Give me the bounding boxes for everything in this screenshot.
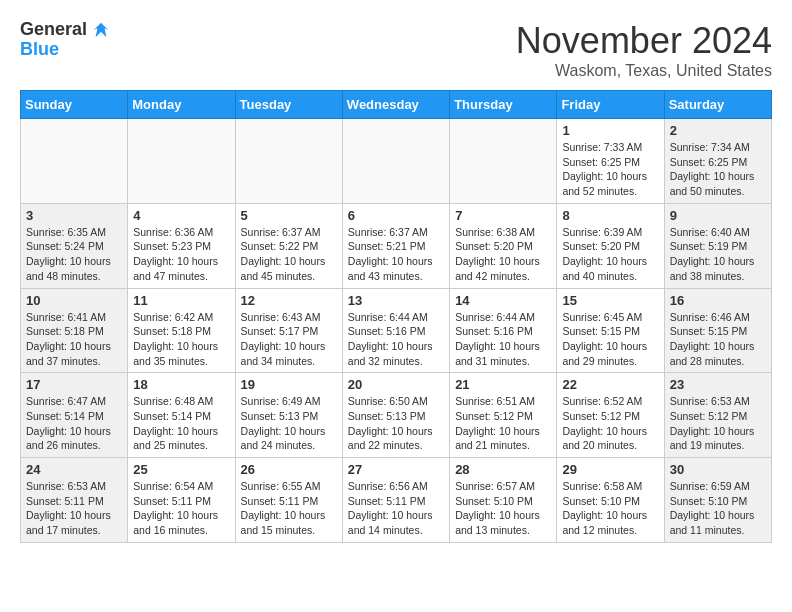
day-info: Sunrise: 6:54 AM Sunset: 5:11 PM Dayligh… — [133, 479, 229, 538]
calendar-day-cell: 14Sunrise: 6:44 AM Sunset: 5:16 PM Dayli… — [450, 288, 557, 373]
day-info: Sunrise: 7:34 AM Sunset: 6:25 PM Dayligh… — [670, 140, 766, 199]
calendar-day-cell: 16Sunrise: 6:46 AM Sunset: 5:15 PM Dayli… — [664, 288, 771, 373]
day-info: Sunrise: 6:48 AM Sunset: 5:14 PM Dayligh… — [133, 394, 229, 453]
day-number: 6 — [348, 208, 444, 223]
day-number: 14 — [455, 293, 551, 308]
svg-marker-0 — [94, 23, 108, 37]
weekday-header-row: SundayMondayTuesdayWednesdayThursdayFrid… — [21, 91, 772, 119]
calendar-day-cell: 3Sunrise: 6:35 AM Sunset: 5:24 PM Daylig… — [21, 203, 128, 288]
calendar-day-cell: 24Sunrise: 6:53 AM Sunset: 5:11 PM Dayli… — [21, 458, 128, 543]
calendar-day-cell: 28Sunrise: 6:57 AM Sunset: 5:10 PM Dayli… — [450, 458, 557, 543]
day-info: Sunrise: 6:44 AM Sunset: 5:16 PM Dayligh… — [348, 310, 444, 369]
day-info: Sunrise: 6:52 AM Sunset: 5:12 PM Dayligh… — [562, 394, 658, 453]
day-number: 2 — [670, 123, 766, 138]
day-number: 8 — [562, 208, 658, 223]
day-number: 22 — [562, 377, 658, 392]
calendar-day-cell: 11Sunrise: 6:42 AM Sunset: 5:18 PM Dayli… — [128, 288, 235, 373]
logo-bird-icon — [92, 21, 110, 39]
calendar-day-cell: 8Sunrise: 6:39 AM Sunset: 5:20 PM Daylig… — [557, 203, 664, 288]
day-number: 26 — [241, 462, 337, 477]
calendar-day-cell: 25Sunrise: 6:54 AM Sunset: 5:11 PM Dayli… — [128, 458, 235, 543]
day-number: 13 — [348, 293, 444, 308]
calendar-day-cell: 4Sunrise: 6:36 AM Sunset: 5:23 PM Daylig… — [128, 203, 235, 288]
day-info: Sunrise: 6:36 AM Sunset: 5:23 PM Dayligh… — [133, 225, 229, 284]
calendar-week-row: 3Sunrise: 6:35 AM Sunset: 5:24 PM Daylig… — [21, 203, 772, 288]
calendar-day-cell — [128, 119, 235, 204]
calendar-day-cell — [21, 119, 128, 204]
day-number: 25 — [133, 462, 229, 477]
logo-text: General Blue — [20, 20, 110, 60]
day-number: 21 — [455, 377, 551, 392]
calendar-day-cell: 17Sunrise: 6:47 AM Sunset: 5:14 PM Dayli… — [21, 373, 128, 458]
location-title: Waskom, Texas, United States — [516, 62, 772, 80]
day-number: 19 — [241, 377, 337, 392]
day-info: Sunrise: 6:55 AM Sunset: 5:11 PM Dayligh… — [241, 479, 337, 538]
calendar-week-row: 24Sunrise: 6:53 AM Sunset: 5:11 PM Dayli… — [21, 458, 772, 543]
calendar-day-cell — [450, 119, 557, 204]
day-number: 27 — [348, 462, 444, 477]
weekday-header-wednesday: Wednesday — [342, 91, 449, 119]
calendar-day-cell: 22Sunrise: 6:52 AM Sunset: 5:12 PM Dayli… — [557, 373, 664, 458]
calendar-day-cell: 12Sunrise: 6:43 AM Sunset: 5:17 PM Dayli… — [235, 288, 342, 373]
day-number: 17 — [26, 377, 122, 392]
day-number: 24 — [26, 462, 122, 477]
calendar-week-row: 10Sunrise: 6:41 AM Sunset: 5:18 PM Dayli… — [21, 288, 772, 373]
day-info: Sunrise: 6:41 AM Sunset: 5:18 PM Dayligh… — [26, 310, 122, 369]
calendar-day-cell: 10Sunrise: 6:41 AM Sunset: 5:18 PM Dayli… — [21, 288, 128, 373]
calendar-week-row: 1Sunrise: 7:33 AM Sunset: 6:25 PM Daylig… — [21, 119, 772, 204]
calendar-day-cell: 26Sunrise: 6:55 AM Sunset: 5:11 PM Dayli… — [235, 458, 342, 543]
day-info: Sunrise: 6:47 AM Sunset: 5:14 PM Dayligh… — [26, 394, 122, 453]
day-info: Sunrise: 6:49 AM Sunset: 5:13 PM Dayligh… — [241, 394, 337, 453]
weekday-header-monday: Monday — [128, 91, 235, 119]
day-number: 30 — [670, 462, 766, 477]
calendar-day-cell: 20Sunrise: 6:50 AM Sunset: 5:13 PM Dayli… — [342, 373, 449, 458]
day-number: 4 — [133, 208, 229, 223]
day-info: Sunrise: 6:53 AM Sunset: 5:11 PM Dayligh… — [26, 479, 122, 538]
day-info: Sunrise: 6:50 AM Sunset: 5:13 PM Dayligh… — [348, 394, 444, 453]
day-info: Sunrise: 6:40 AM Sunset: 5:19 PM Dayligh… — [670, 225, 766, 284]
day-info: Sunrise: 6:37 AM Sunset: 5:21 PM Dayligh… — [348, 225, 444, 284]
day-number: 15 — [562, 293, 658, 308]
day-number: 28 — [455, 462, 551, 477]
calendar-day-cell: 27Sunrise: 6:56 AM Sunset: 5:11 PM Dayli… — [342, 458, 449, 543]
day-info: Sunrise: 6:35 AM Sunset: 5:24 PM Dayligh… — [26, 225, 122, 284]
day-info: Sunrise: 6:51 AM Sunset: 5:12 PM Dayligh… — [455, 394, 551, 453]
day-info: Sunrise: 7:33 AM Sunset: 6:25 PM Dayligh… — [562, 140, 658, 199]
day-info: Sunrise: 6:38 AM Sunset: 5:20 PM Dayligh… — [455, 225, 551, 284]
day-info: Sunrise: 6:46 AM Sunset: 5:15 PM Dayligh… — [670, 310, 766, 369]
calendar-table: SundayMondayTuesdayWednesdayThursdayFrid… — [20, 90, 772, 543]
day-number: 16 — [670, 293, 766, 308]
month-title: November 2024 — [516, 20, 772, 62]
day-number: 12 — [241, 293, 337, 308]
weekday-header-sunday: Sunday — [21, 91, 128, 119]
day-info: Sunrise: 6:43 AM Sunset: 5:17 PM Dayligh… — [241, 310, 337, 369]
day-info: Sunrise: 6:56 AM Sunset: 5:11 PM Dayligh… — [348, 479, 444, 538]
day-number: 20 — [348, 377, 444, 392]
day-number: 29 — [562, 462, 658, 477]
calendar-day-cell: 1Sunrise: 7:33 AM Sunset: 6:25 PM Daylig… — [557, 119, 664, 204]
calendar-day-cell: 6Sunrise: 6:37 AM Sunset: 5:21 PM Daylig… — [342, 203, 449, 288]
day-number: 23 — [670, 377, 766, 392]
weekday-header-thursday: Thursday — [450, 91, 557, 119]
day-number: 1 — [562, 123, 658, 138]
day-info: Sunrise: 6:59 AM Sunset: 5:10 PM Dayligh… — [670, 479, 766, 538]
day-info: Sunrise: 6:53 AM Sunset: 5:12 PM Dayligh… — [670, 394, 766, 453]
day-info: Sunrise: 6:42 AM Sunset: 5:18 PM Dayligh… — [133, 310, 229, 369]
calendar-day-cell: 2Sunrise: 7:34 AM Sunset: 6:25 PM Daylig… — [664, 119, 771, 204]
calendar-day-cell: 7Sunrise: 6:38 AM Sunset: 5:20 PM Daylig… — [450, 203, 557, 288]
day-info: Sunrise: 6:44 AM Sunset: 5:16 PM Dayligh… — [455, 310, 551, 369]
day-number: 7 — [455, 208, 551, 223]
calendar-day-cell — [235, 119, 342, 204]
day-info: Sunrise: 6:39 AM Sunset: 5:20 PM Dayligh… — [562, 225, 658, 284]
calendar-week-row: 17Sunrise: 6:47 AM Sunset: 5:14 PM Dayli… — [21, 373, 772, 458]
day-number: 5 — [241, 208, 337, 223]
calendar-day-cell — [342, 119, 449, 204]
title-section: November 2024 Waskom, Texas, United Stat… — [516, 20, 772, 80]
calendar-day-cell: 13Sunrise: 6:44 AM Sunset: 5:16 PM Dayli… — [342, 288, 449, 373]
logo: General Blue — [20, 20, 110, 60]
calendar-day-cell: 5Sunrise: 6:37 AM Sunset: 5:22 PM Daylig… — [235, 203, 342, 288]
weekday-header-friday: Friday — [557, 91, 664, 119]
day-number: 10 — [26, 293, 122, 308]
day-number: 18 — [133, 377, 229, 392]
calendar-day-cell: 15Sunrise: 6:45 AM Sunset: 5:15 PM Dayli… — [557, 288, 664, 373]
